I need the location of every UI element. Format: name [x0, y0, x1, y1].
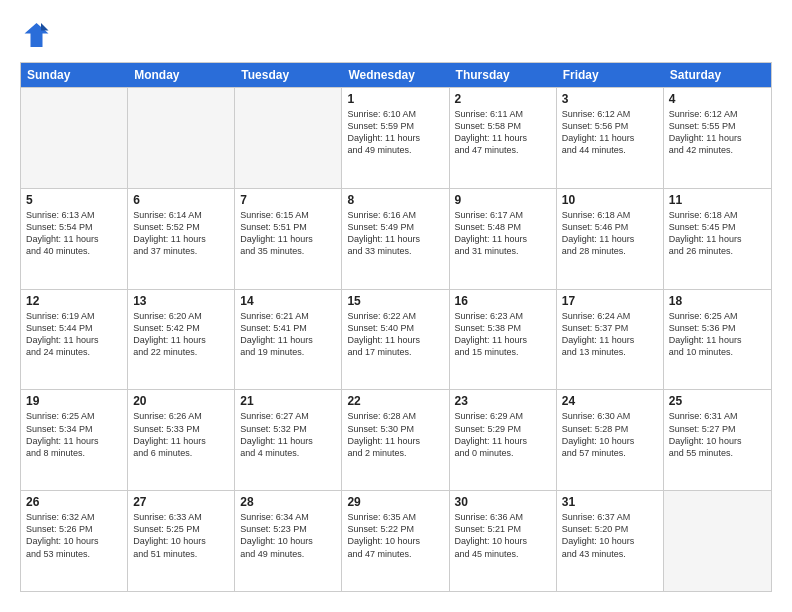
- day-info: Sunrise: 6:18 AM Sunset: 5:45 PM Dayligh…: [669, 209, 766, 258]
- day-info: Sunrise: 6:26 AM Sunset: 5:33 PM Dayligh…: [133, 410, 229, 459]
- day-of-week-tuesday: Tuesday: [235, 63, 342, 87]
- week-row-4: 19Sunrise: 6:25 AM Sunset: 5:34 PM Dayli…: [21, 389, 771, 490]
- day-cell-18: 18Sunrise: 6:25 AM Sunset: 5:36 PM Dayli…: [664, 290, 771, 390]
- day-info: Sunrise: 6:13 AM Sunset: 5:54 PM Dayligh…: [26, 209, 122, 258]
- day-info: Sunrise: 6:18 AM Sunset: 5:46 PM Dayligh…: [562, 209, 658, 258]
- svg-marker-1: [41, 23, 49, 31]
- week-row-1: 1Sunrise: 6:10 AM Sunset: 5:59 PM Daylig…: [21, 87, 771, 188]
- day-number: 17: [562, 294, 658, 308]
- day-of-week-sunday: Sunday: [21, 63, 128, 87]
- day-number: 22: [347, 394, 443, 408]
- day-info: Sunrise: 6:34 AM Sunset: 5:23 PM Dayligh…: [240, 511, 336, 560]
- day-cell-30: 30Sunrise: 6:36 AM Sunset: 5:21 PM Dayli…: [450, 491, 557, 591]
- day-number: 31: [562, 495, 658, 509]
- week-row-2: 5Sunrise: 6:13 AM Sunset: 5:54 PM Daylig…: [21, 188, 771, 289]
- day-number: 25: [669, 394, 766, 408]
- day-info: Sunrise: 6:12 AM Sunset: 5:56 PM Dayligh…: [562, 108, 658, 157]
- day-info: Sunrise: 6:28 AM Sunset: 5:30 PM Dayligh…: [347, 410, 443, 459]
- day-info: Sunrise: 6:22 AM Sunset: 5:40 PM Dayligh…: [347, 310, 443, 359]
- day-info: Sunrise: 6:27 AM Sunset: 5:32 PM Dayligh…: [240, 410, 336, 459]
- day-number: 16: [455, 294, 551, 308]
- day-cell-17: 17Sunrise: 6:24 AM Sunset: 5:37 PM Dayli…: [557, 290, 664, 390]
- day-cell-1: 1Sunrise: 6:10 AM Sunset: 5:59 PM Daylig…: [342, 88, 449, 188]
- day-number: 3: [562, 92, 658, 106]
- day-number: 12: [26, 294, 122, 308]
- day-number: 26: [26, 495, 122, 509]
- day-of-week-saturday: Saturday: [664, 63, 771, 87]
- day-cell-5: 5Sunrise: 6:13 AM Sunset: 5:54 PM Daylig…: [21, 189, 128, 289]
- day-cell-22: 22Sunrise: 6:28 AM Sunset: 5:30 PM Dayli…: [342, 390, 449, 490]
- day-cell-23: 23Sunrise: 6:29 AM Sunset: 5:29 PM Dayli…: [450, 390, 557, 490]
- logo-icon: [20, 20, 50, 50]
- day-info: Sunrise: 6:35 AM Sunset: 5:22 PM Dayligh…: [347, 511, 443, 560]
- logo: [20, 20, 54, 50]
- day-number: 4: [669, 92, 766, 106]
- day-cell-11: 11Sunrise: 6:18 AM Sunset: 5:45 PM Dayli…: [664, 189, 771, 289]
- day-of-week-monday: Monday: [128, 63, 235, 87]
- day-cell-21: 21Sunrise: 6:27 AM Sunset: 5:32 PM Dayli…: [235, 390, 342, 490]
- day-of-week-thursday: Thursday: [450, 63, 557, 87]
- day-cell-14: 14Sunrise: 6:21 AM Sunset: 5:41 PM Dayli…: [235, 290, 342, 390]
- day-cell-29: 29Sunrise: 6:35 AM Sunset: 5:22 PM Dayli…: [342, 491, 449, 591]
- day-cell-6: 6Sunrise: 6:14 AM Sunset: 5:52 PM Daylig…: [128, 189, 235, 289]
- day-info: Sunrise: 6:31 AM Sunset: 5:27 PM Dayligh…: [669, 410, 766, 459]
- day-number: 24: [562, 394, 658, 408]
- day-info: Sunrise: 6:11 AM Sunset: 5:58 PM Dayligh…: [455, 108, 551, 157]
- day-number: 20: [133, 394, 229, 408]
- calendar-body: 1Sunrise: 6:10 AM Sunset: 5:59 PM Daylig…: [21, 87, 771, 591]
- day-info: Sunrise: 6:32 AM Sunset: 5:26 PM Dayligh…: [26, 511, 122, 560]
- page: SundayMondayTuesdayWednesdayThursdayFrid…: [0, 0, 792, 612]
- day-number: 10: [562, 193, 658, 207]
- day-info: Sunrise: 6:29 AM Sunset: 5:29 PM Dayligh…: [455, 410, 551, 459]
- day-number: 18: [669, 294, 766, 308]
- day-number: 13: [133, 294, 229, 308]
- empty-cell: [21, 88, 128, 188]
- day-cell-24: 24Sunrise: 6:30 AM Sunset: 5:28 PM Dayli…: [557, 390, 664, 490]
- day-info: Sunrise: 6:15 AM Sunset: 5:51 PM Dayligh…: [240, 209, 336, 258]
- day-number: 11: [669, 193, 766, 207]
- day-info: Sunrise: 6:23 AM Sunset: 5:38 PM Dayligh…: [455, 310, 551, 359]
- day-info: Sunrise: 6:19 AM Sunset: 5:44 PM Dayligh…: [26, 310, 122, 359]
- day-info: Sunrise: 6:24 AM Sunset: 5:37 PM Dayligh…: [562, 310, 658, 359]
- day-info: Sunrise: 6:20 AM Sunset: 5:42 PM Dayligh…: [133, 310, 229, 359]
- day-number: 23: [455, 394, 551, 408]
- day-number: 5: [26, 193, 122, 207]
- day-number: 15: [347, 294, 443, 308]
- day-number: 8: [347, 193, 443, 207]
- day-number: 30: [455, 495, 551, 509]
- day-cell-2: 2Sunrise: 6:11 AM Sunset: 5:58 PM Daylig…: [450, 88, 557, 188]
- day-number: 19: [26, 394, 122, 408]
- day-number: 27: [133, 495, 229, 509]
- day-cell-3: 3Sunrise: 6:12 AM Sunset: 5:56 PM Daylig…: [557, 88, 664, 188]
- day-number: 29: [347, 495, 443, 509]
- day-info: Sunrise: 6:30 AM Sunset: 5:28 PM Dayligh…: [562, 410, 658, 459]
- day-number: 1: [347, 92, 443, 106]
- day-cell-31: 31Sunrise: 6:37 AM Sunset: 5:20 PM Dayli…: [557, 491, 664, 591]
- day-cell-19: 19Sunrise: 6:25 AM Sunset: 5:34 PM Dayli…: [21, 390, 128, 490]
- day-info: Sunrise: 6:21 AM Sunset: 5:41 PM Dayligh…: [240, 310, 336, 359]
- day-cell-13: 13Sunrise: 6:20 AM Sunset: 5:42 PM Dayli…: [128, 290, 235, 390]
- week-row-5: 26Sunrise: 6:32 AM Sunset: 5:26 PM Dayli…: [21, 490, 771, 591]
- day-info: Sunrise: 6:14 AM Sunset: 5:52 PM Dayligh…: [133, 209, 229, 258]
- day-info: Sunrise: 6:37 AM Sunset: 5:20 PM Dayligh…: [562, 511, 658, 560]
- day-number: 9: [455, 193, 551, 207]
- calendar-header: SundayMondayTuesdayWednesdayThursdayFrid…: [21, 63, 771, 87]
- day-info: Sunrise: 6:16 AM Sunset: 5:49 PM Dayligh…: [347, 209, 443, 258]
- day-cell-9: 9Sunrise: 6:17 AM Sunset: 5:48 PM Daylig…: [450, 189, 557, 289]
- day-number: 28: [240, 495, 336, 509]
- header: [20, 20, 772, 50]
- day-number: 6: [133, 193, 229, 207]
- day-info: Sunrise: 6:36 AM Sunset: 5:21 PM Dayligh…: [455, 511, 551, 560]
- day-info: Sunrise: 6:17 AM Sunset: 5:48 PM Dayligh…: [455, 209, 551, 258]
- day-cell-28: 28Sunrise: 6:34 AM Sunset: 5:23 PM Dayli…: [235, 491, 342, 591]
- empty-cell: [128, 88, 235, 188]
- svg-marker-0: [25, 23, 49, 47]
- day-info: Sunrise: 6:12 AM Sunset: 5:55 PM Dayligh…: [669, 108, 766, 157]
- day-cell-20: 20Sunrise: 6:26 AM Sunset: 5:33 PM Dayli…: [128, 390, 235, 490]
- day-of-week-friday: Friday: [557, 63, 664, 87]
- day-cell-4: 4Sunrise: 6:12 AM Sunset: 5:55 PM Daylig…: [664, 88, 771, 188]
- day-info: Sunrise: 6:10 AM Sunset: 5:59 PM Dayligh…: [347, 108, 443, 157]
- day-info: Sunrise: 6:25 AM Sunset: 5:34 PM Dayligh…: [26, 410, 122, 459]
- day-cell-8: 8Sunrise: 6:16 AM Sunset: 5:49 PM Daylig…: [342, 189, 449, 289]
- day-of-week-wednesday: Wednesday: [342, 63, 449, 87]
